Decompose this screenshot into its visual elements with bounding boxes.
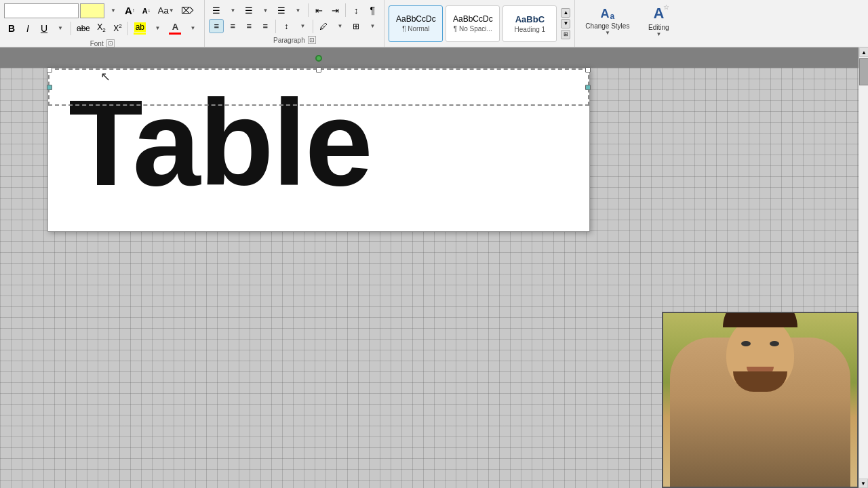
rotation-handle[interactable] <box>315 55 322 62</box>
styles-expand[interactable]: ⊞ <box>561 30 570 39</box>
number-list-dropdown-btn[interactable]: ▼ <box>258 3 273 17</box>
right-group: A a Change Styles ▼ A ☆ Editing ▼ <box>575 0 683 47</box>
style-no-spacing[interactable]: AaBbCcDc ¶ No Spaci... <box>446 5 500 42</box>
shading-btn[interactable]: 🖊 <box>316 20 331 33</box>
webcam-eye-right <box>770 341 779 346</box>
clear-formatting-btn[interactable]: ⌦ <box>178 3 196 18</box>
superscript-btn[interactable]: X2 <box>110 21 125 35</box>
sort-btn[interactable]: ↕ <box>349 3 363 18</box>
underline-btn[interactable]: U <box>37 21 52 36</box>
paragraph-dialog-btn[interactable]: ⊡ <box>308 36 316 44</box>
underline-dropdown-btn[interactable]: ▼ <box>53 22 68 35</box>
shrink-font-btn[interactable]: A ↓ <box>139 4 154 18</box>
vertical-scrollbar: ▲ ▼ <box>859 47 868 488</box>
paragraph-group: ☰ ▼ ☰ ▼ ☰ ▼ ⇤ <box>205 0 384 47</box>
style-heading1-preview: AaBbC <box>515 14 545 24</box>
separator1 <box>71 22 71 35</box>
separator2 <box>127 22 128 35</box>
highlight-color-bar <box>134 33 146 35</box>
number-list-btn[interactable]: ☰ <box>241 3 256 18</box>
document-page[interactable]: Table <box>47 68 590 232</box>
separator6 <box>313 20 313 33</box>
paragraph-group-label: Paragraph ⊡ <box>209 36 380 44</box>
font-color-dropdown-btn[interactable]: ▼ <box>185 22 200 35</box>
editing-label: Editing <box>648 24 669 31</box>
shading-dropdown-btn[interactable]: ▼ <box>332 20 347 33</box>
dropdown-font-size-btn[interactable]: ▼ <box>106 4 121 18</box>
multilevel-list-dropdown-btn[interactable]: ▼ <box>290 3 305 17</box>
strikethrough-btn[interactable]: abc <box>74 22 92 35</box>
styles-scrollbar: ▲ ▼ ⊞ <box>561 8 570 39</box>
style-no-spacing-preview: AaBbCcDc <box>453 14 493 24</box>
webcam-hair <box>723 312 797 327</box>
font-row1: i (Body) 15 ▼ A ↑ A ↓ Aa ▼ ⌦ <box>4 3 196 18</box>
bullet-list-btn[interactable]: ☰ <box>209 3 224 18</box>
doc-text-area: Table <box>48 68 589 231</box>
subscript-btn[interactable]: X2 <box>94 20 108 35</box>
change-styles-icon-A: A <box>601 7 610 21</box>
ribbon: i (Body) 15 ▼ A ↑ A ↓ Aa ▼ ⌦ <box>0 0 868 47</box>
borders-btn[interactable]: ⊞ <box>349 20 363 33</box>
multilevel-list-btn[interactable]: ☰ <box>274 3 289 18</box>
webcam-face-shape <box>726 317 794 392</box>
font-size-input[interactable]: 15 <box>80 3 104 18</box>
borders-dropdown-btn[interactable]: ▼ <box>365 20 380 33</box>
change-styles-icon-a: a <box>610 12 615 21</box>
font-color-btn[interactable]: A <box>166 20 184 37</box>
text-highlight-btn[interactable]: ab <box>131 20 149 37</box>
align-center-btn[interactable]: ≡ <box>225 19 240 33</box>
text-highlight-dropdown-btn[interactable]: ▼ <box>150 22 165 35</box>
font-row2: B I U ▼ abc X2 X2 <box>4 20 200 37</box>
styles-scroll-up[interactable]: ▲ <box>561 8 570 18</box>
grow-font-btn[interactable]: A ↑ <box>122 3 138 18</box>
font-color-bar <box>169 33 181 35</box>
scroll-down-btn[interactable]: ▼ <box>859 479 868 488</box>
font-group: i (Body) 15 ▼ A ↑ A ↓ Aa ▼ ⌦ <box>0 0 205 47</box>
document-text: Table <box>68 82 569 204</box>
align-left-btn[interactable]: ≡ <box>209 19 224 33</box>
webcam-feed <box>663 313 857 487</box>
webcam-overlay <box>662 312 859 488</box>
editing-icon-A: A <box>653 5 664 22</box>
change-styles-label: Change Styles <box>585 22 629 30</box>
bullet-list-dropdown-btn[interactable]: ▼ <box>225 3 240 17</box>
scroll-up-btn[interactable]: ▲ <box>859 47 868 57</box>
separator4 <box>345 3 346 17</box>
style-normal[interactable]: AaBbCcDc ¶ Normal <box>389 5 443 42</box>
style-normal-label: ¶ Normal <box>402 25 429 33</box>
font-dialog-btn[interactable]: ⊡ <box>106 39 115 47</box>
styles-group: AaBbCcDc ¶ Normal AaBbCcDc ¶ No Spaci...… <box>384 0 575 47</box>
app-window: i (Body) 15 ▼ A ↑ A ↓ Aa ▼ ⌦ <box>0 0 868 488</box>
change-styles-btn[interactable]: A a Change Styles ▼ <box>579 3 635 39</box>
style-no-spacing-label: ¶ No Spaci... <box>454 25 492 33</box>
show-hide-btn[interactable]: ¶ <box>365 3 380 18</box>
italic-btn[interactable]: I <box>20 21 35 36</box>
separator3 <box>308 3 309 17</box>
line-spacing-dropdown-btn[interactable]: ▼ <box>295 20 310 33</box>
style-normal-preview: AaBbCcDc <box>396 14 436 24</box>
scroll-thumb[interactable] <box>859 58 868 85</box>
styles-scroll-down[interactable]: ▼ <box>561 19 570 28</box>
style-heading1[interactable]: AaBbC Heading 1 <box>502 5 557 42</box>
bold-btn[interactable]: B <box>4 21 19 36</box>
change-case-btn[interactable]: Aa ▼ <box>155 3 177 18</box>
decrease-indent-btn[interactable]: ⇤ <box>311 3 326 18</box>
editing-btn[interactable]: A ☆ Editing ▼ <box>638 3 679 39</box>
separator5 <box>275 20 276 33</box>
font-name-input[interactable]: i (Body) <box>4 3 79 18</box>
style-heading1-label: Heading 1 <box>515 26 546 33</box>
font-group-label: Font ⊡ <box>4 39 200 47</box>
webcam-eye-left <box>741 341 751 346</box>
para-row2: ≡ ≡ ≡ ≡ ↕ ▼ 🖊 <box>209 19 380 33</box>
justify-btn[interactable]: ≡ <box>258 19 273 33</box>
para-row1: ☰ ▼ ☰ ▼ ☰ ▼ ⇤ <box>209 3 380 18</box>
editing-icon-small: ☆ <box>663 3 669 11</box>
content-area: Table ↖ ▲ ▼ <box>0 47 868 488</box>
align-right-btn[interactable]: ≡ <box>241 19 256 33</box>
increase-indent-btn[interactable]: ⇥ <box>328 3 342 18</box>
line-spacing-btn[interactable]: ↕ <box>279 20 294 33</box>
